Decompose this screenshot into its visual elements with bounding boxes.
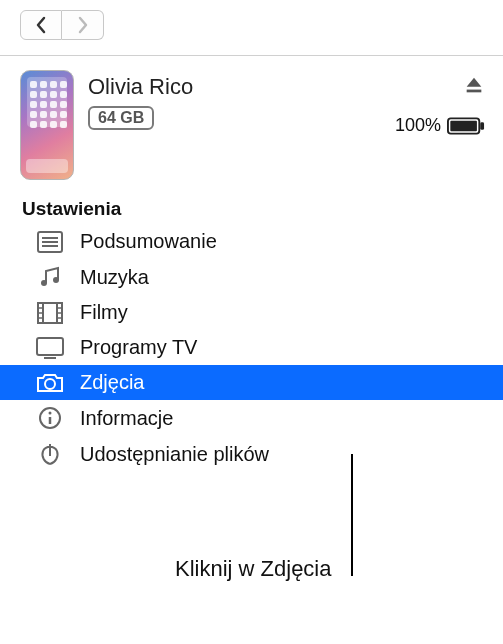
sidebar-item-label: Udostępnianie plików xyxy=(80,443,269,466)
sidebar-item-label: Informacje xyxy=(80,407,173,430)
sidebar-item-label: Filmy xyxy=(80,301,128,324)
music-icon xyxy=(34,265,66,289)
svg-rect-0 xyxy=(467,90,482,93)
device-header: Olivia Rico 64 GB 100% xyxy=(0,56,503,198)
sidebar-item-label: Muzyka xyxy=(80,266,149,289)
sidebar-item-filesharing[interactable]: Udostępnianie plików xyxy=(0,436,503,472)
device-name: Olivia Rico xyxy=(88,74,381,100)
sidebar-item-music[interactable]: Muzyka xyxy=(0,259,503,295)
svg-point-8 xyxy=(41,280,47,286)
tv-icon xyxy=(34,337,66,359)
svg-rect-3 xyxy=(480,122,484,130)
storage-badge: 64 GB xyxy=(88,106,154,130)
chevron-right-icon xyxy=(77,16,89,34)
nav-bar xyxy=(0,0,503,55)
chevron-left-icon xyxy=(35,16,47,34)
nav-back-button[interactable] xyxy=(20,10,62,40)
settings-list: Podsumowanie Muzyka Filmy Programy TV Zd… xyxy=(0,224,503,472)
sidebar-item-movies[interactable]: Filmy xyxy=(0,295,503,330)
list-icon xyxy=(34,231,66,253)
eject-button[interactable] xyxy=(463,74,485,101)
svg-rect-19 xyxy=(37,338,63,355)
sidebar-item-label: Programy TV xyxy=(80,336,197,359)
sidebar-item-tv[interactable]: Programy TV xyxy=(0,330,503,365)
callout-text: Kliknij w Zdjęcia xyxy=(175,556,332,582)
battery-icon xyxy=(447,117,485,135)
apps-icon xyxy=(34,442,66,466)
film-icon xyxy=(34,302,66,324)
nav-forward-button[interactable] xyxy=(62,10,104,40)
sidebar-item-label: Zdjęcia xyxy=(80,371,144,394)
info-icon xyxy=(34,406,66,430)
battery-percent: 100% xyxy=(395,115,441,136)
svg-point-9 xyxy=(53,277,59,283)
sidebar-item-summary[interactable]: Podsumowanie xyxy=(0,224,503,259)
settings-section-title: Ustawienia xyxy=(0,198,503,224)
sidebar-item-label: Podsumowanie xyxy=(80,230,217,253)
sidebar-item-info[interactable]: Informacje xyxy=(0,400,503,436)
sidebar-item-photos[interactable]: Zdjęcia xyxy=(0,365,503,400)
svg-rect-2 xyxy=(450,120,477,130)
callout-line-vertical xyxy=(351,454,353,576)
camera-icon xyxy=(34,372,66,394)
svg-point-21 xyxy=(45,379,55,389)
svg-point-23 xyxy=(49,412,52,415)
device-thumbnail xyxy=(20,70,74,180)
eject-icon xyxy=(463,74,485,96)
battery-status: 100% xyxy=(395,115,485,136)
